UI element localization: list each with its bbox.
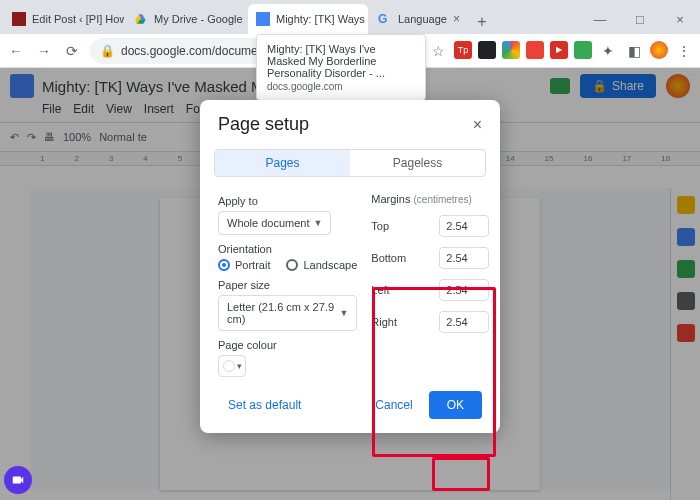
reload-button[interactable]: ⟳: [62, 41, 82, 61]
margins-label: Margins: [371, 193, 410, 205]
chevron-down-icon: ▼: [314, 218, 323, 228]
tab-pages[interactable]: Pages: [215, 150, 350, 176]
chevron-down-icon: ▾: [237, 361, 242, 371]
page-setup-dialog: Page setup × Pages Pageless Apply to Who…: [200, 100, 500, 433]
tab-label: Language: [398, 13, 447, 25]
radio-icon: [286, 259, 298, 271]
apply-to-label: Apply to: [218, 195, 357, 207]
google-icon: G: [378, 12, 392, 26]
close-window-button[interactable]: ×: [660, 4, 700, 34]
tab-tooltip: Mighty: [TK] Ways I've Masked My Borderl…: [256, 34, 426, 101]
maximize-button[interactable]: □: [620, 4, 660, 34]
dialog-tabs: Pages Pageless: [214, 149, 486, 177]
tab-0[interactable]: Edit Post ‹ [PI] How ×: [4, 4, 124, 34]
puzzle-icon[interactable]: ◧: [624, 41, 644, 61]
ext-icon[interactable]: [478, 41, 496, 59]
tab-label: My Drive - Google: [154, 13, 243, 25]
tooltip-url: docs.google.com: [267, 81, 415, 92]
orientation-label: Orientation: [218, 243, 357, 255]
browser-tabstrip: Edit Post ‹ [PI] How × My Drive - Google…: [0, 0, 700, 34]
margin-bottom-label: Bottom: [371, 252, 406, 264]
new-tab-button[interactable]: +: [470, 10, 494, 34]
set-as-default-button[interactable]: Set as default: [218, 392, 311, 418]
margin-right-input[interactable]: [439, 311, 489, 333]
apply-to-select[interactable]: Whole document ▼: [218, 211, 331, 235]
chevron-down-icon: ▼: [339, 308, 348, 318]
extension-icons: ⇪ ☆ Tp ▶ ✦ ◧ ⋮: [402, 41, 694, 61]
ext-icon[interactable]: ▶: [550, 41, 568, 59]
page-colour-label: Page colour: [218, 339, 357, 351]
margin-right-label: Right: [371, 316, 397, 328]
colour-swatch-icon: [223, 360, 235, 372]
page-colour-select[interactable]: ▾: [218, 355, 246, 377]
cancel-button[interactable]: Cancel: [365, 392, 422, 418]
paper-size-label: Paper size: [218, 279, 357, 291]
margin-top-label: Top: [371, 220, 389, 232]
margin-bottom-input[interactable]: [439, 247, 489, 269]
tooltip-title: Mighty: [TK] Ways I've Masked My Borderl…: [267, 43, 415, 79]
docs-icon: [256, 12, 270, 26]
tab-1[interactable]: My Drive - Google ×: [126, 4, 246, 34]
paper-size-select[interactable]: Letter (21.6 cm x 27.9 cm) ▼: [218, 295, 357, 331]
lock-icon: 🔒: [100, 44, 115, 58]
margins-section: Margins (centimetres) Top Bottom Left Ri…: [371, 193, 489, 333]
margin-top-input[interactable]: [439, 215, 489, 237]
minimize-button[interactable]: —: [580, 4, 620, 34]
record-badge-icon[interactable]: [4, 466, 32, 494]
star-icon[interactable]: ☆: [428, 41, 448, 61]
drive-icon: [134, 12, 148, 26]
margin-left-label: Left: [371, 284, 389, 296]
ext-tp-icon[interactable]: Tp: [454, 41, 472, 59]
ext-icon[interactable]: [526, 41, 544, 59]
favicon-icon: [12, 12, 26, 26]
radio-portrait[interactable]: Portrait: [218, 259, 270, 271]
tab-3[interactable]: G Language ×: [370, 4, 468, 34]
tab-label: Edit Post ‹ [PI] How: [32, 13, 124, 25]
tab-2[interactable]: Mighty: [TK] Ways ×: [248, 4, 368, 34]
menu-icon[interactable]: ⋮: [674, 41, 694, 61]
extensions-button[interactable]: ✦: [598, 41, 618, 61]
radio-icon: [218, 259, 230, 271]
ext-icon[interactable]: [574, 41, 592, 59]
tab-label: Mighty: [TK] Ways: [276, 13, 365, 25]
back-button[interactable]: ←: [6, 41, 26, 61]
close-icon[interactable]: ×: [453, 12, 460, 26]
radio-landscape[interactable]: Landscape: [286, 259, 357, 271]
margins-unit: (centimetres): [413, 194, 471, 205]
ext-icon[interactable]: [502, 41, 520, 59]
margin-left-input[interactable]: [439, 279, 489, 301]
dialog-title: Page setup: [218, 114, 309, 135]
profile-avatar[interactable]: [650, 41, 668, 59]
ok-button[interactable]: OK: [429, 391, 482, 419]
forward-button[interactable]: →: [34, 41, 54, 61]
tab-pageless[interactable]: Pageless: [350, 150, 485, 176]
close-icon[interactable]: ×: [473, 116, 482, 134]
